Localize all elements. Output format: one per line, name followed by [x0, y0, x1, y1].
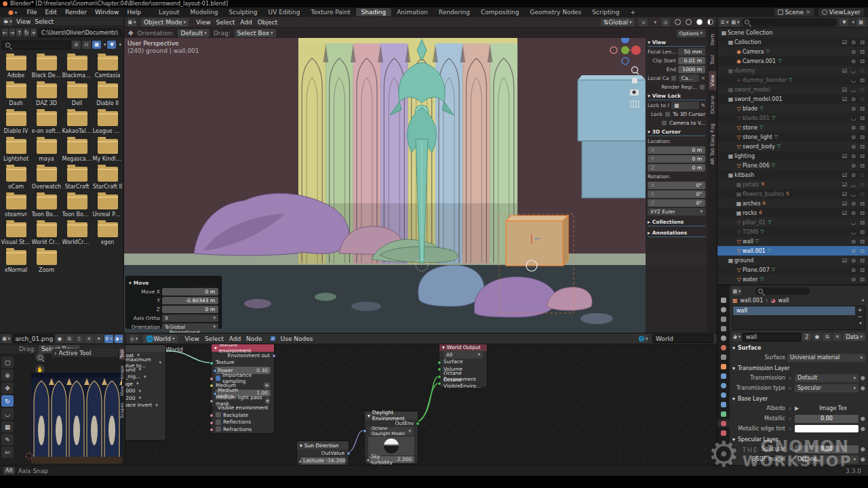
shading-wireframe-toggle[interactable] — [675, 19, 681, 25]
display-mode-button[interactable]: ▩▾ — [731, 18, 740, 26]
outliner-item-icon[interactable] — [735, 163, 743, 169]
move-value-field[interactable]: 0 m — [162, 306, 218, 313]
use-nodes-checkbox[interactable]: ✓ — [270, 336, 276, 342]
outliner-item-icon[interactable] — [727, 39, 734, 45]
folder-item[interactable]: Diablo IV — [1, 109, 31, 134]
workspace-tab[interactable]: Rendering — [433, 8, 475, 16]
slot-specials-button[interactable]: ▾ — [859, 321, 862, 326]
shader-menu[interactable]: Select — [202, 336, 226, 342]
outliner-row[interactable]: sword_body ▽ — [717, 142, 868, 151]
orientation-dropdown[interactable]: Default▾ — [178, 29, 209, 37]
plus-button[interactable]: + — [264, 382, 270, 388]
outliner-row[interactable]: dummy ▽ — [717, 66, 868, 75]
metallic-field[interactable]: 0.00 — [795, 415, 859, 423]
output-target-dropdown[interactable]: All▾ — [443, 350, 483, 359]
metallic-edge-tint-swatch[interactable] — [795, 425, 859, 432]
render-tab[interactable] — [719, 306, 728, 313]
workspace-tab[interactable]: Shading — [356, 8, 392, 16]
material-tab[interactable] — [717, 420, 730, 427]
camera-to-view-checkbox[interactable] — [661, 120, 667, 126]
outliner-item-icon[interactable] — [735, 58, 743, 64]
editor-type-button[interactable]: ☰▾ — [720, 18, 729, 26]
new-material-button[interactable]: ⧉ — [823, 333, 831, 341]
input-socket[interactable] — [210, 413, 214, 418]
input-socket[interactable] — [437, 361, 441, 365]
socket-dot[interactable] — [787, 386, 793, 391]
outliner-item-icon[interactable] — [735, 144, 743, 150]
transform-orientation-dropdown[interactable]: ⇅ Global▾ — [601, 18, 635, 26]
render-visibility-toggle[interactable] — [858, 163, 867, 169]
constraints-tab[interactable] — [719, 401, 728, 408]
outliner-row[interactable]: ground ▽ — [717, 256, 868, 265]
unlink-button[interactable]: ✕ — [833, 333, 842, 341]
outliner-row[interactable]: stone_light ▽ — [717, 132, 868, 142]
render-visibility-toggle[interactable] — [858, 87, 867, 93]
proportional-editing-checkbox[interactable] — [161, 333, 167, 333]
folder-item[interactable]: Blackmagic ... — [62, 54, 92, 79]
sidebar-tab[interactable]: Tool — [119, 348, 125, 360]
annotations-panel-header[interactable]: Annotations — [652, 230, 687, 236]
outliner-item-icon[interactable] — [735, 191, 743, 197]
outliner-row[interactable]: water ▽ — [717, 274, 868, 284]
render-visibility-toggle[interactable] — [858, 58, 867, 64]
hide-eye-toggle[interactable] — [849, 229, 858, 235]
particles-tab[interactable] — [719, 382, 728, 389]
outliner-row[interactable]: stone ▽ — [717, 123, 868, 132]
shader-type-dropdown[interactable]: 🌐 World▾ — [143, 335, 178, 343]
input-socket[interactable] — [210, 399, 214, 403]
hide-eye-toggle[interactable] — [849, 125, 858, 131]
albedo-node-link[interactable]: Image Tex — [801, 405, 865, 411]
cursor-rotation-field[interactable]: Z0° — [648, 199, 705, 207]
viewport-menu[interactable]: View — [193, 19, 213, 26]
hide-eye-toggle[interactable] — [849, 115, 858, 121]
viewport-menu[interactable]: Object — [255, 19, 280, 26]
outliner-row[interactable]: Collection ▽ — [717, 37, 868, 47]
node-row[interactable]: Backplate + — [212, 411, 274, 419]
collection-checkbox[interactable] — [840, 153, 849, 159]
cursor-rotation-field[interactable]: Y0° — [648, 190, 705, 198]
camera-view-gizmo-icon[interactable] — [630, 89, 639, 96]
node-row[interactable]: Refractions + — [212, 426, 274, 433]
shader-menu[interactable]: View — [182, 336, 202, 342]
specular-panel-header[interactable]: Specular Layer — [738, 436, 778, 443]
collection-checkbox[interactable] — [840, 258, 849, 264]
filter-icon[interactable]: ▼ — [840, 18, 848, 26]
outliner-item-icon[interactable] — [735, 106, 743, 112]
workspace-tab[interactable]: Sculpting — [224, 8, 263, 16]
shading-solid-toggle[interactable] — [686, 19, 692, 25]
input-socket[interactable] — [210, 428, 214, 432]
outliner-item-icon[interactable] — [727, 172, 734, 178]
outliner-item-icon[interactable] — [735, 239, 743, 245]
thumbnail-view-button[interactable]: ▦ — [92, 41, 101, 49]
render-visibility-toggle[interactable] — [858, 258, 867, 264]
select-box-tool[interactable]: ▢ — [1, 357, 14, 368]
outliner-item-icon[interactable] — [735, 115, 743, 121]
hide-eye-toggle[interactable] — [849, 144, 858, 150]
folder-item[interactable]: Unreal Proje... — [92, 192, 123, 218]
folder-item[interactable]: xgen — [92, 220, 123, 245]
hide-eye-toggle[interactable] — [849, 248, 858, 254]
base-layer-panel-header[interactable]: Base Layer — [738, 396, 768, 402]
menubar-menu[interactable]: Help — [123, 9, 145, 16]
outliner-search-input[interactable] — [742, 18, 837, 26]
options-dropdown[interactable]: Options▾ — [677, 30, 705, 37]
object-tab[interactable] — [719, 363, 728, 370]
hide-eye-toggle[interactable] — [849, 258, 858, 264]
folder-item[interactable]: Diablo II — [92, 81, 123, 106]
render-visibility-toggle[interactable] — [858, 182, 867, 188]
checkbox[interactable] — [216, 426, 221, 432]
surface-panel-header[interactable]: Surface — [738, 345, 761, 351]
render-region-checkbox[interactable] — [699, 84, 705, 90]
input-socket[interactable] — [210, 384, 214, 388]
lock-to-cursor-checkbox[interactable] — [665, 111, 671, 117]
outliner-item-icon[interactable] — [735, 267, 743, 273]
socket-dot[interactable] — [787, 426, 793, 432]
display-channels-button[interactable]: ◑▾ — [115, 335, 123, 343]
render-visibility-toggle[interactable] — [858, 277, 867, 283]
workspace-tab[interactable]: Layout — [153, 8, 185, 16]
editor-type-button[interactable]: ▣▾ — [127, 18, 136, 26]
collection-checkbox[interactable] — [840, 96, 849, 102]
modifiers-tab[interactable] — [719, 372, 728, 380]
outliner-row[interactable]: Camera ▽ — [717, 47, 868, 56]
clip-start-field[interactable]: 0.01 m — [678, 57, 705, 64]
